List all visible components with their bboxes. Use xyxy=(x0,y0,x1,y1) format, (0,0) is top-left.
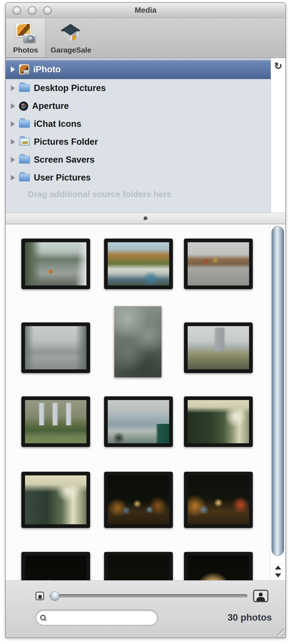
photo-building-courtyard xyxy=(108,400,169,443)
splitter-grip-icon[interactable] xyxy=(144,216,148,220)
photo-campus-building xyxy=(25,326,86,369)
search-input[interactable] xyxy=(48,613,157,622)
thumbnail-size-controls xyxy=(36,590,268,602)
disclosure-triangle-icon[interactable] xyxy=(11,67,15,72)
photo-tower-trees xyxy=(188,326,249,369)
sidebar-item-iphoto[interactable]: iPhoto xyxy=(6,60,271,79)
thumbnail[interactable] xyxy=(104,239,173,289)
thumbnail-size-large-icon[interactable] xyxy=(253,590,268,602)
photo-underground-corridor-2 xyxy=(25,475,86,524)
thumbnail[interactable] xyxy=(104,552,173,580)
photo-night-street-trees xyxy=(108,475,169,524)
disclosure-triangle-icon[interactable] xyxy=(11,103,15,109)
thumbnail[interactable] xyxy=(184,552,253,580)
slider-thumb[interactable] xyxy=(50,591,59,600)
thumbnail-size-small-icon[interactable] xyxy=(36,592,44,600)
pictures-folder-icon xyxy=(19,138,30,146)
thumbnail[interactable] xyxy=(184,239,253,289)
splitter[interactable] xyxy=(6,213,285,224)
folder-icon xyxy=(19,174,30,181)
thumbnail[interactable] xyxy=(21,472,90,528)
folder-icon xyxy=(19,120,30,128)
search-row: 30 photos xyxy=(36,609,272,626)
photo-grid xyxy=(6,224,285,580)
camera-shape xyxy=(23,34,36,43)
disclosure-triangle-icon[interactable] xyxy=(11,121,15,127)
sidebar-item-user-pictures[interactable]: User Pictures xyxy=(6,169,271,187)
folder-icon xyxy=(19,84,30,92)
photo-underground-corridor xyxy=(188,400,249,443)
disclosure-triangle-icon[interactable] xyxy=(11,175,15,181)
scrollbar-thumb[interactable] xyxy=(272,226,284,556)
refresh-button[interactable]: ↻ xyxy=(273,60,284,72)
photo-autumn-trees-house xyxy=(108,242,169,285)
search-field[interactable] xyxy=(36,610,158,626)
toolbar-item-photos[interactable]: Photos xyxy=(6,18,45,57)
search-icon xyxy=(40,615,46,620)
sidebar-item-desktop-pictures[interactable]: Desktop Pictures xyxy=(6,79,271,97)
source-item-label: Desktop Pictures xyxy=(34,83,106,93)
aperture-icon xyxy=(19,102,28,111)
photo-courtyard-with-trees xyxy=(25,242,86,285)
minimize-button[interactable] xyxy=(28,6,36,15)
thumbnail[interactable] xyxy=(21,322,90,373)
drag-folders-placeholder: Drag additional source folders here xyxy=(6,187,271,199)
thumbnail-size-slider[interactable] xyxy=(50,594,247,598)
thumbnail[interactable] xyxy=(21,239,90,289)
thumbnail[interactable] xyxy=(114,306,161,377)
photo-night-street-2 xyxy=(108,556,169,580)
disclosure-triangle-icon[interactable] xyxy=(11,85,15,91)
media-palette-window: Media Photos GarageSale xyxy=(5,2,286,638)
scroll-up-button[interactable] xyxy=(275,566,281,570)
folder-icon xyxy=(19,156,30,163)
photo-park-banners xyxy=(25,400,86,443)
photo-night-skyline xyxy=(25,556,86,580)
statusbar: 30 photos xyxy=(6,580,285,637)
disclosure-triangle-icon[interactable] xyxy=(11,139,15,145)
garagesale-icon xyxy=(60,22,82,45)
thumbnail[interactable] xyxy=(184,472,253,528)
scrollbar-track[interactable] xyxy=(270,224,285,580)
thumbnail[interactable] xyxy=(184,396,253,447)
source-item-label: iPhoto xyxy=(33,64,61,74)
photo-illuminated-tree xyxy=(188,556,249,580)
photo-count-label: 30 photos xyxy=(227,612,272,623)
toolbar-item-garagesale[interactable]: GarageSale xyxy=(45,18,96,57)
photo-bare-branches xyxy=(114,306,161,377)
refresh-icon: ↻ xyxy=(274,60,282,72)
toolbar-item-label: Photos xyxy=(13,46,38,55)
source-item-label: iChat Icons xyxy=(34,119,81,129)
close-button[interactable] xyxy=(13,6,21,15)
sidebar-item-screen-savers[interactable]: Screen Savers xyxy=(6,151,271,169)
sidebar-item-pictures-folder[interactable]: Pictures Folder xyxy=(6,133,271,151)
scroll-down-button[interactable] xyxy=(275,573,281,577)
thumbnail[interactable] xyxy=(104,472,173,528)
source-list: iPhoto Desktop Pictures Aperture iChat I… xyxy=(6,58,285,213)
photo-night-street-lights xyxy=(188,475,249,524)
disclosure-triangle-icon[interactable] xyxy=(11,157,15,163)
thumbnail[interactable] xyxy=(21,552,90,580)
thumbnail[interactable] xyxy=(21,396,90,447)
sidebar-item-aperture[interactable]: Aperture xyxy=(6,97,271,115)
toolbar-item-label: GarageSale xyxy=(51,46,91,55)
resize-grip[interactable] xyxy=(273,625,284,636)
source-item-label: Aperture xyxy=(32,101,69,111)
titlebar[interactable]: Media xyxy=(6,3,285,18)
source-list-scroll-strip: ↻ xyxy=(271,58,285,213)
source-item-label: User Pictures xyxy=(34,173,91,183)
toolbar: Photos GarageSale xyxy=(6,18,285,58)
zoom-button[interactable] xyxy=(43,6,52,15)
source-item-label: Pictures Folder xyxy=(34,137,98,147)
source-item-label: Screen Savers xyxy=(34,155,95,165)
source-list-rows: iPhoto Desktop Pictures Aperture iChat I… xyxy=(6,58,271,213)
sidebar-item-ichat-icons[interactable]: iChat Icons xyxy=(6,115,271,133)
thumbnail[interactable] xyxy=(184,322,253,373)
scrollbar-arrows xyxy=(270,564,285,579)
photos-icon xyxy=(15,22,36,45)
thumbnail[interactable] xyxy=(104,396,173,447)
iphoto-icon xyxy=(19,64,29,74)
window-controls xyxy=(13,6,52,15)
photo-street-corner xyxy=(188,242,249,285)
